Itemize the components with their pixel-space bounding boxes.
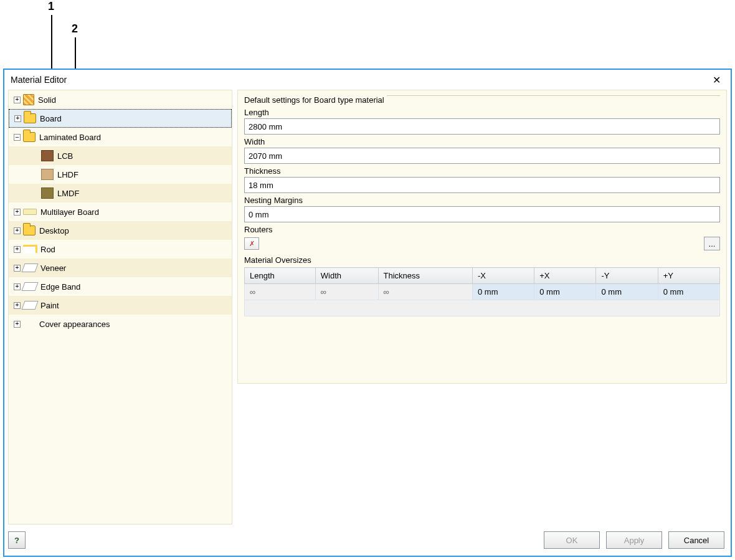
paint-icon (21, 301, 38, 310)
edgeband-icon (21, 282, 38, 291)
client-area: + Solid + Board – Laminated Board (8, 90, 727, 524)
close-icon[interactable]: ✕ (709, 73, 724, 87)
expand-icon[interactable]: + (14, 115, 21, 122)
tree-item-board[interactable]: + Board (9, 109, 232, 128)
tree-item-multilayer[interactable]: + Multilayer Board (9, 202, 232, 221)
expand-icon[interactable]: + (14, 97, 21, 103)
width-label: Width (244, 137, 720, 146)
cancel-button[interactable]: Cancel (668, 531, 724, 549)
ok-button[interactable]: OK (544, 531, 600, 549)
folder-icon (23, 225, 36, 235)
oversizes-label: Material Oversizes (244, 255, 720, 265)
table-header-row: Length Width Thickness -X +X -Y +Y (245, 268, 720, 284)
solid-icon (23, 94, 34, 105)
col-neg-x[interactable]: -X (472, 268, 534, 284)
tree-label: Board (39, 114, 62, 123)
table-empty-row (245, 300, 720, 316)
titlebar: Material Editor ✕ (4, 70, 731, 90)
width-input[interactable] (244, 148, 720, 164)
tree-label: Edge Band (39, 282, 80, 292)
help-button[interactable]: ? (8, 531, 26, 549)
cell-length: ∞ (245, 284, 316, 300)
length-label: Length (244, 108, 720, 117)
tree-label: Cover appearances (38, 320, 110, 329)
col-pos-x[interactable]: +X (534, 268, 596, 284)
nesting-margins-label: Nesting Margins (244, 196, 720, 205)
cell-pos-y[interactable]: 0 mm (658, 284, 719, 300)
callout-2-label: 2 (72, 22, 78, 36)
tree-item-rod[interactable]: + Rod (9, 240, 232, 259)
expand-icon[interactable]: + (14, 227, 21, 234)
table-row[interactable]: ∞ ∞ ∞ 0 mm 0 mm 0 mm 0 mm (245, 284, 720, 300)
tree-label: LHDF (56, 170, 78, 179)
tree-label: Multilayer Board (39, 207, 99, 217)
expand-icon[interactable]: + (14, 283, 21, 290)
tree-label: Laminated Board (38, 133, 101, 142)
col-thickness[interactable]: Thickness (378, 268, 472, 284)
veneer-icon (21, 263, 38, 272)
folder-icon (23, 132, 36, 142)
tree-item-lcb[interactable]: LCB (9, 146, 232, 165)
tree-label: LMDF (56, 189, 79, 198)
cell-neg-y[interactable]: 0 mm (596, 284, 658, 300)
tree-label: Solid (37, 95, 56, 105)
expand-icon[interactable]: + (14, 302, 21, 309)
thickness-label: Thickness (244, 166, 720, 176)
material-swatch-icon (41, 169, 54, 180)
expand-icon[interactable]: + (14, 209, 21, 216)
length-input[interactable] (244, 118, 720, 135)
expand-icon[interactable]: + (14, 246, 21, 253)
routers-label: Routers (244, 225, 720, 234)
router-icon[interactable]: ✗ (244, 237, 259, 250)
cell-pos-x[interactable]: 0 mm (534, 284, 596, 300)
material-tree: + Solid + Board – Laminated Board (8, 90, 232, 524)
thickness-input[interactable] (244, 177, 720, 193)
settings-panel: Default settings for Board type material… (237, 90, 727, 384)
expand-icon[interactable]: + (14, 321, 21, 328)
cell-width: ∞ (315, 284, 378, 300)
cell-neg-x[interactable]: 0 mm (472, 284, 534, 300)
folder-icon (24, 113, 36, 123)
collapse-icon[interactable]: – (14, 134, 21, 141)
routers-browse-button[interactable]: ... (704, 237, 720, 250)
expand-icon[interactable]: + (14, 265, 21, 272)
window-title: Material Editor (11, 75, 67, 85)
settings-title: Default settings for Board type material (242, 95, 387, 105)
tree-label: Rod (39, 245, 55, 254)
tree-label: Paint (39, 301, 59, 310)
tree-item-laminated-board[interactable]: – Laminated Board (9, 128, 232, 146)
tree-item-lhdf[interactable]: LHDF (9, 165, 232, 184)
material-editor-dialog: Material Editor ✕ + Solid + Board – (3, 69, 732, 557)
col-length[interactable]: Length (245, 268, 316, 284)
col-width[interactable]: Width (315, 268, 378, 284)
tree-item-desktop[interactable]: + Desktop (9, 221, 232, 240)
tree-label: Veneer (39, 263, 66, 273)
rod-icon (23, 245, 37, 254)
material-swatch-icon (41, 150, 54, 161)
dialog-button-bar: ? OK Apply Cancel (8, 529, 724, 551)
apply-button[interactable]: Apply (606, 531, 662, 549)
nesting-margins-input[interactable] (244, 206, 720, 222)
tree-item-cover-appearances[interactable]: + Cover appearances (9, 315, 232, 333)
callout-1-label: 1 (48, 0, 54, 13)
tree-item-solid[interactable]: + Solid (9, 90, 232, 109)
tree-label: LCB (56, 151, 73, 161)
tree-item-edge-band[interactable]: + Edge Band (9, 277, 232, 296)
tree-item-lmdf[interactable]: LMDF (9, 184, 232, 202)
material-swatch-icon (41, 187, 54, 199)
col-neg-y[interactable]: -Y (596, 268, 658, 284)
tree-item-veneer[interactable]: + Veneer (9, 259, 232, 277)
board-icon (23, 209, 37, 215)
cell-thickness: ∞ (378, 284, 472, 300)
tree-item-paint[interactable]: + Paint (9, 296, 232, 315)
tree-label: Desktop (38, 226, 69, 235)
oversizes-table: Length Width Thickness -X +X -Y +Y ∞ ∞ (244, 267, 720, 316)
col-pos-y[interactable]: +Y (658, 268, 719, 284)
